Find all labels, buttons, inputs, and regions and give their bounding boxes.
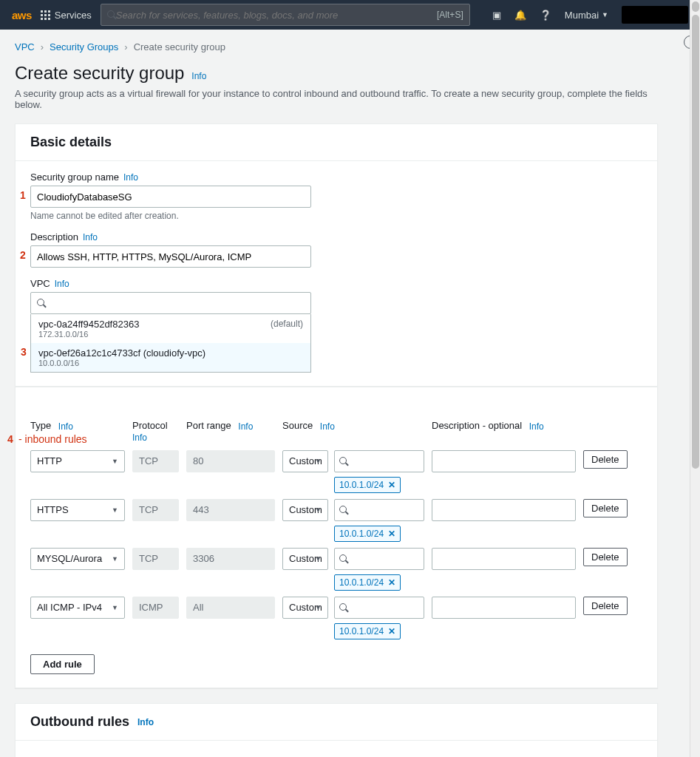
source-info-link[interactable]: Info [320, 421, 335, 432]
rule-port-field: 80 [186, 450, 275, 472]
rule-source-mode-select[interactable]: Custom [282, 499, 328, 521]
rule-source-search[interactable] [334, 499, 424, 521]
vpc-label: VPC [30, 278, 50, 289]
breadcrumb-security-groups[interactable]: Security Groups [50, 41, 118, 52]
annotation-4: 4 [7, 433, 13, 445]
scrollbar-up-arrow[interactable] [692, 1, 699, 12]
vpc-option-cidr: 10.0.0.0/16 [38, 359, 303, 367]
sg-name-label: Security group name [30, 172, 119, 183]
outbound-info-link[interactable]: Info [137, 717, 154, 727]
delete-rule-button[interactable]: Delete [583, 548, 628, 566]
help-icon[interactable]: ❔ [540, 10, 551, 21]
rule-source-search[interactable] [334, 597, 424, 619]
breadcrumb: VPC › Security Groups › Create security … [15, 41, 658, 63]
vpc-option[interactable]: 3 vpc-0ef26a12c1c4733cf (cloudiofy-vpc) … [31, 343, 310, 372]
rule-type-select[interactable]: All ICMP - IPv4 [30, 597, 125, 619]
chevron-right-icon: › [41, 41, 44, 52]
search-icon [37, 299, 46, 308]
outbound-header: Outbound rules [30, 714, 129, 729]
add-rule-button[interactable]: Add rule [30, 654, 95, 674]
scrollbar-thumb[interactable] [692, 15, 699, 469]
search-input[interactable] [116, 10, 437, 21]
inbound-rules-panel: 4 - inbound rules Type Info ProtocolInfo… [15, 387, 658, 688]
top-navigation: aws Services [Alt+S] ▣ 🔔 ❔ Mumbai ▼ [0, 0, 700, 30]
search-icon [107, 10, 116, 19]
remove-chip-icon[interactable]: ✕ [388, 577, 395, 588]
region-label: Mumbai [565, 10, 599, 21]
search-icon [339, 506, 348, 515]
vpc-option-default: (default) [271, 319, 303, 329]
sg-name-input[interactable] [30, 186, 311, 208]
rule-source-search[interactable] [334, 548, 424, 570]
grid-icon [41, 10, 50, 20]
delete-rule-button[interactable]: Delete [583, 499, 628, 517]
basic-details-header: Basic details [16, 124, 657, 161]
chevron-right-icon: › [124, 41, 127, 52]
rule-port-field: All [186, 597, 275, 619]
port-info-link[interactable]: Info [238, 421, 253, 432]
sg-name-hint: Name cannot be edited after creation. [30, 211, 642, 221]
inbound-rule-row: HTTPS TCP 443 Custom 10.0.1.0/24✕ Delete [30, 499, 642, 542]
protocol-info-link[interactable]: Info [132, 432, 147, 443]
rule-source-chip: 10.0.1.0/24✕ [334, 574, 401, 591]
vpc-option-id: vpc-0a24ff9452df82363 [38, 319, 139, 330]
account-menu[interactable] [622, 6, 688, 24]
rule-protocol-field: TCP [132, 499, 179, 521]
rule-description-input[interactable] [432, 499, 576, 521]
type-info-link[interactable]: Info [58, 421, 73, 432]
annotation-1: 1 [20, 189, 26, 201]
col-type-label: Type [30, 420, 51, 431]
region-selector[interactable]: Mumbai ▼ [565, 10, 608, 21]
vpc-info-link[interactable]: Info [55, 279, 69, 289]
services-menu-button[interactable]: Services [41, 10, 92, 21]
rule-type-select[interactable]: HTTP [30, 450, 125, 472]
page-subtitle: A security group acts as a virtual firew… [15, 88, 658, 110]
vpc-option-id: vpc-0ef26a12c1c4733cf (cloudiofy-vpc) [38, 347, 205, 359]
breadcrumb-vpc[interactable]: VPC [15, 41, 35, 52]
vpc-dropdown: vpc-0a24ff9452df82363 (default) 172.31.0… [30, 314, 311, 373]
rule-type-select[interactable]: HTTPS [30, 499, 125, 521]
vpc-search[interactable] [30, 292, 311, 314]
rule-source-mode-select[interactable]: Custom [282, 597, 328, 619]
description-info-link[interactable]: Info [83, 232, 98, 242]
remove-chip-icon[interactable]: ✕ [388, 529, 395, 539]
vpc-search-input[interactable] [50, 298, 305, 309]
remove-chip-icon[interactable]: ✕ [388, 626, 395, 637]
remove-chip-icon[interactable]: ✕ [388, 480, 395, 490]
cloudshell-icon[interactable]: ▣ [492, 10, 501, 21]
vpc-option[interactable]: vpc-0a24ff9452df82363 (default) 172.31.0… [31, 314, 310, 343]
col-port-label: Port range [186, 420, 231, 431]
desc-info-link[interactable]: Info [529, 421, 544, 432]
breadcrumb-current: Create security group [134, 41, 225, 52]
rule-description-input[interactable] [432, 450, 576, 472]
rule-source-mode-select[interactable]: Custom [282, 548, 328, 570]
inbound-rule-row: HTTP TCP 80 Custom 10.0.1.0/24✕ Delete [30, 450, 642, 493]
vertical-scrollbar[interactable] [690, 0, 700, 757]
delete-rule-button[interactable]: Delete [583, 597, 628, 615]
delete-rule-button[interactable]: Delete [583, 450, 628, 469]
rule-description-input[interactable] [432, 548, 576, 570]
inbound-rule-row: MYSQL/Aurora TCP 3306 Custom 10.0.1.0/24… [30, 548, 642, 591]
col-source-label: Source [282, 420, 313, 431]
rule-source-mode-select[interactable]: Custom [282, 450, 328, 472]
services-label: Services [55, 10, 92, 21]
description-input[interactable] [30, 245, 311, 268]
vpc-option-cidr: 172.31.0.0/16 [38, 330, 303, 339]
rule-type-select[interactable]: MYSQL/Aurora [30, 548, 125, 570]
annotation-2: 2 [20, 249, 26, 261]
annotation-3: 3 [21, 346, 27, 358]
notifications-icon[interactable]: 🔔 [514, 10, 526, 21]
search-shortcut: [Alt+S] [437, 10, 463, 20]
rule-description-input[interactable] [432, 597, 576, 619]
rule-port-field: 3306 [186, 548, 275, 570]
col-protocol-label: Protocol [132, 420, 168, 431]
sg-name-info-link[interactable]: Info [123, 172, 138, 183]
rule-source-search[interactable] [334, 450, 424, 472]
rule-source-chip: 10.0.1.0/24✕ [334, 526, 401, 542]
aws-logo: aws [12, 9, 32, 21]
title-info-link[interactable]: Info [191, 71, 206, 81]
outbound-empty-text: This security group has no outbound rule… [30, 751, 642, 757]
col-description-label: Description - optional [432, 420, 522, 431]
outbound-rules-panel: Outbound rules Info This security group … [15, 703, 658, 757]
global-search[interactable]: [Alt+S] [101, 4, 470, 26]
